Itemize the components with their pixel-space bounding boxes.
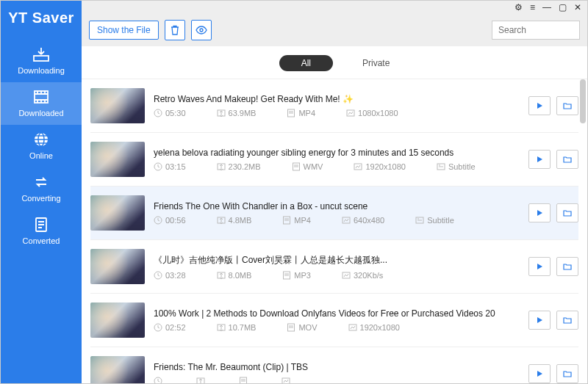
- video-title: Retro Waves And Makeup! Get Ready With M…: [154, 94, 520, 104]
- duration: 03:15: [154, 162, 186, 171]
- play-icon: [536, 370, 543, 377]
- minimize-icon[interactable]: —: [542, 2, 551, 12]
- play-button[interactable]: [528, 150, 551, 169]
- format: MP3: [282, 271, 311, 280]
- folder-button[interactable]: [556, 364, 578, 383]
- list-item[interactable]: 100% Work | 2 Methods to Download Onlyfa…: [90, 294, 578, 347]
- folder-button[interactable]: [556, 96, 578, 115]
- play-button[interactable]: [528, 96, 551, 115]
- folder-icon: [563, 263, 572, 270]
- toolbar: Show the File: [82, 14, 587, 46]
- item-content: yelena belova radiating younger sibling …: [154, 148, 520, 171]
- show-file-button[interactable]: Show the File: [89, 21, 159, 40]
- thumbnail[interactable]: [90, 356, 145, 383]
- video-title: 100% Work | 2 Methods to Download Onlyfa…: [154, 308, 520, 319]
- resolution: 640x480: [342, 216, 384, 225]
- duration: 02:52: [154, 323, 186, 332]
- video-meta: 05:3063.9MBMP41080x1080: [154, 109, 520, 117]
- close-icon[interactable]: ✕: [574, 2, 581, 12]
- format: MP4: [287, 109, 315, 117]
- format: [239, 377, 251, 383]
- list-item[interactable]: yelena belova radiating younger sibling …: [90, 133, 578, 186]
- folder-button[interactable]: [556, 203, 578, 222]
- format: MP4: [282, 216, 311, 225]
- main-area: ⚙ ≡ — ▢ ✕ Show the File All Private Retr…: [82, 1, 587, 383]
- sidebar-item-label: Converted: [1, 236, 82, 245]
- tab-private[interactable]: Private: [362, 58, 390, 68]
- item-content: 100% Work | 2 Methods to Download Onlyfa…: [154, 308, 520, 332]
- app-logo: YT Saver: [8, 10, 74, 26]
- list-item[interactable]: Friends: The Mr. Beaumont (Clip) | TBS: [90, 347, 578, 383]
- list-item[interactable]: Retro Waves And Makeup! Get Ready With M…: [90, 79, 578, 133]
- sidebar-item-downloading[interactable]: Downloading: [1, 40, 82, 82]
- maximize-icon[interactable]: ▢: [559, 2, 567, 12]
- svg-rect-30: [240, 377, 247, 383]
- sidebar-item-converted[interactable]: Converted: [1, 210, 82, 253]
- video-list: Retro Waves And Makeup! Get Ready With M…: [82, 79, 587, 383]
- tab-all[interactable]: All: [279, 55, 333, 71]
- eye-icon: [196, 25, 207, 35]
- resolution: 1920x1080: [348, 323, 400, 332]
- video-meta: 00:564.8MBMP4640x480Subtitle: [154, 216, 520, 225]
- item-actions: [528, 203, 578, 222]
- filesize: 8.0MB: [217, 271, 252, 280]
- thumbnail[interactable]: [90, 249, 145, 284]
- filesize: [196, 377, 208, 383]
- svg-point-5: [200, 29, 203, 32]
- play-icon: [536, 209, 543, 217]
- video-meta: 03:288.0MBMP3320Kb/s: [154, 271, 520, 280]
- trash-icon: [170, 25, 180, 35]
- filesize: 4.8MB: [217, 216, 252, 225]
- play-icon: [536, 316, 543, 324]
- resolution: 320Kb/s: [342, 271, 383, 280]
- item-actions: [528, 364, 578, 383]
- film-icon: [32, 88, 51, 106]
- format: MOV: [287, 323, 317, 332]
- titlebar: ⚙ ≡ — ▢ ✕: [82, 1, 587, 14]
- delete-button[interactable]: [165, 20, 185, 40]
- thumbnail[interactable]: [90, 195, 145, 231]
- sidebar-item-online[interactable]: Online: [1, 125, 82, 167]
- item-content: 《儿时》吉他纯净版丨Cover刘昊霖丨人总是越长大越孤独...03:288.0M…: [154, 254, 520, 280]
- sidebar-item-label: Downloading: [1, 66, 82, 75]
- search-input[interactable]: [492, 21, 580, 40]
- filesize: 10.7MB: [217, 323, 257, 332]
- folder-icon: [563, 316, 572, 324]
- settings-icon[interactable]: ⚙: [514, 2, 523, 12]
- play-button[interactable]: [528, 364, 551, 383]
- folder-button[interactable]: [556, 257, 578, 276]
- list-item[interactable]: Friends The One With Chandler in a Box -…: [90, 186, 578, 240]
- list-item[interactable]: 《儿时》吉他纯净版丨Cover刘昊霖丨人总是越长大越孤独...03:288.0M…: [90, 240, 578, 294]
- thumbnail[interactable]: [90, 142, 145, 177]
- thumbnail[interactable]: [90, 88, 145, 123]
- play-button[interactable]: [528, 311, 551, 330]
- sidebar-item-downloaded[interactable]: Downloaded: [1, 82, 82, 125]
- video-meta: 03:15230.2MBWMV1920x1080Subtitle: [154, 162, 520, 171]
- play-button[interactable]: [528, 203, 551, 222]
- item-actions: [528, 257, 578, 276]
- play-icon: [536, 102, 543, 109]
- thumbnail[interactable]: [90, 303, 145, 338]
- item-content: Friends The One With Chandler in a Box -…: [154, 201, 520, 225]
- sidebar-item-label: Converting: [1, 194, 82, 203]
- duration: 03:28: [154, 271, 186, 280]
- item-actions: [528, 150, 578, 169]
- item-actions: [528, 96, 578, 115]
- item-actions: [528, 311, 578, 330]
- sidebar-item-label: Online: [1, 151, 82, 160]
- video-title: yelena belova radiating younger sibling …: [154, 148, 520, 158]
- preview-button[interactable]: [191, 20, 212, 40]
- resolution: [282, 377, 293, 383]
- scrollbar[interactable]: [580, 79, 586, 123]
- video-meta: 02:5210.7MBMOV1920x1080: [154, 323, 520, 332]
- folder-icon: [563, 370, 572, 377]
- video-title: 《儿时》吉他纯净版丨Cover刘昊霖丨人总是越长大越孤独...: [154, 254, 520, 267]
- sidebar-item-converting[interactable]: Converting: [1, 167, 82, 210]
- folder-button[interactable]: [556, 311, 578, 330]
- duration: [154, 377, 165, 383]
- subtitle: Subtitle: [415, 216, 454, 225]
- folder-button[interactable]: [556, 150, 578, 169]
- menu-icon[interactable]: ≡: [530, 2, 535, 12]
- play-button[interactable]: [528, 257, 551, 276]
- video-title: Friends The One With Chandler in a Box -…: [154, 201, 520, 211]
